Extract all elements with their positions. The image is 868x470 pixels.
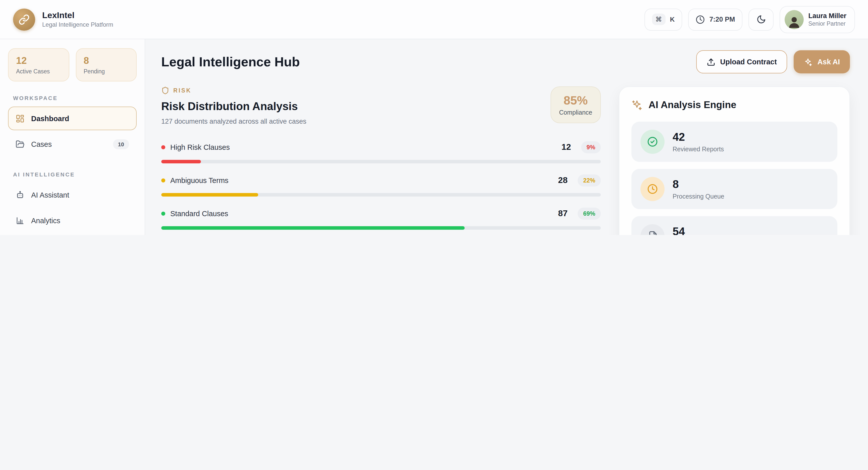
shortcut-key-label: K [670,16,675,23]
ask-ai-button[interactable]: Ask AI [794,50,850,74]
top-bar-right: ⌘ K 7:20 PM [645,6,855,33]
compliance-label: Compliance [551,109,600,116]
compliance-value: 85% [551,93,600,108]
risk-bar-track [161,160,601,164]
user-role: Senior Partner [808,20,846,26]
page-header: Legal Intelligence Hub Upload Contract [161,50,850,74]
ai-stat-total-generated: 54 Total Generated [631,216,837,235]
risk-row-label: Standard Clauses [170,210,228,218]
user-name: Laura Miller [808,12,846,20]
sidebar-item-label: AI Assistant [31,191,69,199]
link-icon [19,14,30,25]
ai-engine-title: AI Analysis Engine [649,99,736,111]
brand-name: LexIntel [42,10,113,20]
stat-label: Pending [84,68,129,75]
avatar [785,10,804,29]
stat-value: 12 [16,55,61,66]
chart-icon [16,216,25,225]
risk-bar-fill [161,160,201,164]
risk-dot-green [161,212,165,216]
risk-bar-fill [161,226,465,230]
sidebar-item-cases[interactable]: Cases 10 [8,132,136,156]
ai-stat-value: 8 [673,178,724,191]
moon-icon [756,14,766,24]
command-key-icon: ⌘ [652,13,665,25]
command-palette-shortcut[interactable]: ⌘ K [645,8,682,30]
file-digit-icon [641,224,664,235]
sidebar-item-analytics[interactable]: Analytics [8,209,136,232]
ai-stat-reviewed-reports: 42 Reviewed Reports [631,122,837,162]
risk-row-label: High Risk Clauses [170,143,230,151]
sidebar-item-label: Analytics [31,216,60,225]
risk-bar-track [161,193,601,197]
upload-icon [707,58,715,66]
risk-dot-red [161,145,165,149]
sidebar-item-ai-assistant[interactable]: AI Assistant [8,183,136,207]
sparkles-icon [631,99,643,110]
risk-row-value: 87 [558,209,568,219]
dashboard-icon [16,114,25,123]
clock-display: 7:20 PM [688,8,742,30]
main-content: Legal Intelligence Hub Upload Contract [145,39,868,235]
sidebar-stats: 12 Active Cases 8 Pending [8,48,136,82]
risk-row-value: 12 [561,142,571,152]
ai-stat-value: 42 [673,131,724,144]
risk-bar-fill [161,193,258,197]
stat-card-pending: 8 Pending [75,48,136,82]
clock-icon [696,15,705,24]
risk-eyebrow: RISK [173,87,192,93]
risk-row-percent-badge: 22% [578,174,601,186]
user-menu[interactable]: Laura Miller Senior Partner [780,6,855,33]
section-label-workspace: WORKSPACE [13,95,132,101]
top-bar: LexIntel Legal Intelligence Platform ⌘ K… [0,0,868,39]
ai-stat-label: Processing Queue [673,193,724,200]
ai-stat-label: Reviewed Reports [673,146,724,153]
time-label: 7:20 PM [709,16,735,23]
sidebar-item-label: Dashboard [31,114,69,122]
app-window: LexIntel Legal Intelligence Platform ⌘ K… [0,0,868,235]
sidebar: 12 Active Cases 8 Pending WORKSPACE Dash… [0,39,145,235]
ai-analysis-engine-card: AI Analysis Engine 42 Reviewed Repo [619,86,850,235]
upload-contract-button[interactable]: Upload Contract [696,50,787,74]
risk-title: Risk Distribution Analysis [161,100,306,113]
risk-row-percent-badge: 69% [578,208,601,220]
risk-rows: High Risk Clauses 12 9% Ambiguou [161,141,601,230]
sidebar-item-dashboard[interactable]: Dashboard [8,107,136,130]
compliance-badge: 85% Compliance [551,86,601,123]
folder-icon [16,140,25,149]
sidebar-item-label: Cases [31,140,52,148]
stat-label: Active Cases [16,68,61,75]
upload-contract-label: Upload Contract [720,58,777,66]
risk-row-standard: Standard Clauses 87 69% [161,208,601,230]
clock-icon [641,177,664,201]
risk-row-label: Ambiguous Terms [170,176,228,184]
page-title: Legal Intelligence Hub [161,54,300,69]
check-circle-icon [641,130,664,154]
risk-dot-amber [161,178,165,182]
cases-count-badge: 10 [113,139,129,149]
stat-value: 8 [84,55,129,66]
brand: LexIntel Legal Intelligence Platform [13,8,113,30]
risk-row-ambiguous: Ambiguous Terms 28 22% [161,174,601,197]
brand-logo [13,8,35,30]
brand-subtitle: Legal Intelligence Platform [42,21,113,28]
stat-card-active-cases: 12 Active Cases [8,48,69,82]
risk-bar-track [161,226,601,230]
sparkles-icon [804,58,812,66]
risk-row-percent-badge: 9% [581,141,601,153]
ai-stat-processing-queue: 8 Processing Queue [631,169,837,209]
dark-mode-toggle[interactable] [748,8,774,30]
section-label-ai-intelligence: AI INTELLIGENCE [13,171,132,177]
risk-section: RISK Risk Distribution Analysis 127 docu… [161,86,601,235]
bot-icon [16,190,25,199]
risk-row-high: High Risk Clauses 12 9% [161,141,601,164]
shield-icon [161,86,169,94]
risk-subtitle: 127 documents analyzed across all active… [161,118,306,125]
ask-ai-label: Ask AI [817,58,840,66]
ai-stat-value: 54 [673,225,717,235]
risk-row-value: 28 [558,175,568,185]
